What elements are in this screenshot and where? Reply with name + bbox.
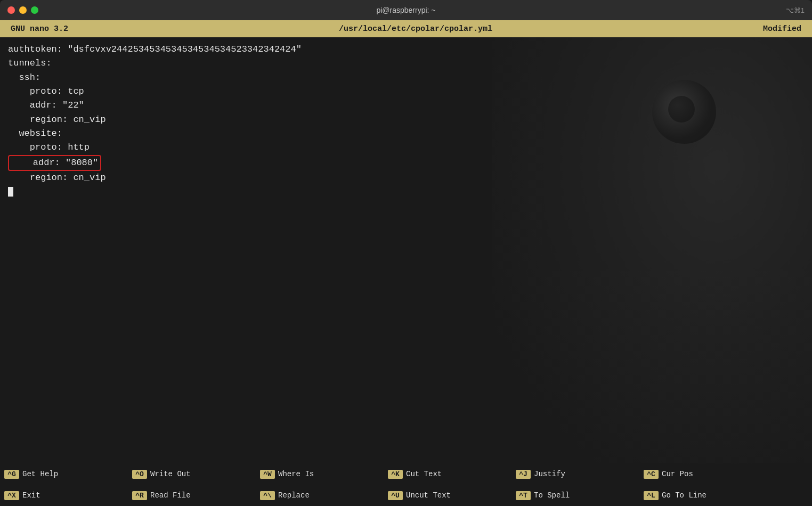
shortcut-read-file[interactable]: ^R Read File: [128, 485, 256, 506]
shortcut-key-c: ^C: [644, 470, 659, 479]
maximize-button[interactable]: [31, 6, 38, 14]
editor-line-8-highlighted: addr: "8080": [8, 155, 804, 171]
editor-line-7: proto: http: [8, 141, 804, 154]
editor-line-6: website:: [8, 127, 804, 141]
nano-status: Modified: [763, 25, 801, 34]
nano-file-path: /usr/local/etc/cpolar/cpolar.yml: [339, 25, 492, 34]
editor-line-4: addr: "22": [8, 99, 804, 112]
shortcut-justify[interactable]: ^J Justify: [511, 463, 639, 485]
shortcut-get-help[interactable]: ^G Get Help: [0, 463, 128, 485]
shortcut-label-uncut-text: Uncut Text: [406, 491, 451, 500]
editor-line-5: region: cn_vip: [8, 113, 804, 127]
shortcut-key-t: ^T: [516, 491, 531, 500]
editor-line-3: proto: tcp: [8, 85, 804, 99]
shortcut-replace[interactable]: ^\ Replace: [256, 485, 384, 506]
shortcut-exit[interactable]: ^X Exit: [0, 485, 128, 506]
shortcut-cur-pos[interactable]: ^C Cur Pos: [639, 463, 767, 485]
shortcut-key-g: ^G: [4, 470, 19, 479]
shortcut-label-replace: Replace: [278, 491, 310, 500]
editor-line-0: authtoken: "dsfcvxv244253453453453453453…: [8, 43, 804, 56]
shortcut-label-where-is: Where Is: [278, 470, 314, 478]
keyboard-shortcut: ⌥⌘1: [786, 6, 805, 14]
shortcut-label-cur-pos: Cur Pos: [662, 470, 693, 478]
shortcut-key-o: ^O: [132, 470, 147, 479]
shortcut-to-spell[interactable]: ^T To Spell: [511, 485, 639, 506]
editor-content[interactable]: authtoken: "dsfcvxv244253453453453453453…: [0, 37, 812, 205]
shortcut-label-write-out: Write Out: [150, 470, 191, 478]
shortcut-key-u: ^U: [388, 491, 403, 500]
shortcut-label-justify: Justify: [534, 470, 565, 478]
shortcut-key-x: ^X: [4, 491, 19, 500]
shortcut-label-read-file: Read File: [150, 491, 191, 500]
shortcut-cut-text[interactable]: ^K Cut Text: [384, 463, 511, 485]
close-button[interactable]: [7, 6, 15, 14]
shortcut-key-j: ^J: [516, 470, 531, 479]
nano-footer: ^G Get Help ^O Write Out ^W Where Is ^K …: [0, 463, 812, 506]
nano-app-name: GNU nano 3.2: [11, 25, 68, 34]
text-cursor: [8, 187, 13, 197]
shortcut-go-to-line[interactable]: ^L Go To Line: [639, 485, 767, 506]
title-bar: pi@raspberrypi: ~ ⌥⌘1: [0, 0, 812, 20]
shortcut-label-to-spell: To Spell: [534, 491, 570, 500]
shortcut-label-get-help: Get Help: [22, 470, 58, 478]
shortcut-key-k: ^K: [388, 470, 403, 479]
highlighted-addr-line: addr: "8080": [8, 155, 101, 171]
shortcut-write-out[interactable]: ^O Write Out: [128, 463, 256, 485]
shortcut-key-backslash: ^\: [260, 491, 275, 500]
minimize-button[interactable]: [19, 6, 27, 14]
shortcut-key-r: ^R: [132, 491, 147, 500]
nano-header: GNU nano 3.2 /usr/local/etc/cpolar/cpola…: [0, 20, 812, 37]
shortcut-key-w: ^W: [260, 470, 275, 479]
shortcut-label-exit: Exit: [22, 491, 40, 500]
shortcut-key-l: ^L: [644, 491, 659, 500]
shortcut-label-cut-text: Cut Text: [406, 470, 442, 478]
editor-line-2: ssh:: [8, 71, 804, 85]
shortcut-label-go-to-line: Go To Line: [662, 491, 707, 500]
window-title: pi@raspberrypi: ~: [376, 6, 435, 14]
shortcut-where-is[interactable]: ^W Where Is: [256, 463, 384, 485]
editor-line-1: tunnels:: [8, 56, 804, 70]
editor-area[interactable]: authtoken: "dsfcvxv244253453453453453453…: [0, 37, 812, 463]
traffic-lights: [7, 6, 38, 14]
editor-line-9: region: cn_vip: [8, 171, 804, 185]
shortcut-uncut-text[interactable]: ^U Uncut Text: [384, 485, 511, 506]
editor-line-10: [8, 185, 804, 199]
